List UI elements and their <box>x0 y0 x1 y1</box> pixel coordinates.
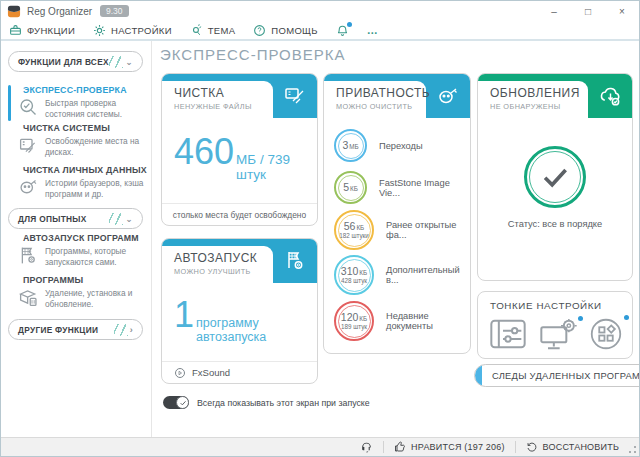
privacy-size: 5 <box>343 182 349 193</box>
privacy-count: 189 штук <box>341 323 367 330</box>
sidebar-other-functions-button[interactable]: ДРУГИЕ ФУНКЦИИ › <box>8 319 143 340</box>
group-advanced-label: ДЛЯ ОПЫТНЫХ <box>18 214 87 224</box>
chevron-down-icon: ⌄ <box>125 57 133 67</box>
active-indicator <box>8 85 11 121</box>
window-title: Reg Organizer <box>27 6 92 17</box>
privacy-row[interactable]: 120КБ 189 штук Недавние документы <box>334 301 464 341</box>
privacy-badge-icon <box>436 84 460 108</box>
privacy-unit: МБ <box>349 144 358 150</box>
tweak-apps-button[interactable] <box>588 316 624 356</box>
privacy-size: 310 <box>341 266 359 277</box>
sidebar-group-for-advanced[interactable]: ДЛЯ ОПЫТНЫХ ⌄ <box>8 208 143 229</box>
privacy-row[interactable]: 3МБ Переходы <box>334 129 464 162</box>
other-functions-label: ДРУГИЕ ФУНКЦИИ <box>18 325 98 335</box>
menu-more-button[interactable]: … <box>367 24 379 36</box>
autorun-count-value: 1 <box>174 297 194 333</box>
privacy-row[interactable]: 5КБ FastStone Image Vie... <box>334 171 464 204</box>
card-subtitle: НЕНУЖНЫЕ ФАЙЛЫ <box>174 102 273 111</box>
close-button[interactable]: × <box>605 1 639 21</box>
menu-theme-label: ТЕМА <box>208 25 236 36</box>
help-icon <box>253 24 266 37</box>
privacy-size: 56 <box>344 221 356 232</box>
card-title: ОБНОВЛЕНИЯ <box>490 86 588 100</box>
status-ok-ring <box>524 146 586 208</box>
checkmark-icon <box>538 160 572 194</box>
sidebar-item-desc: Освобождение места на дисках. <box>45 136 147 158</box>
card-title: ПРИВАТНОСТЬ <box>336 86 426 100</box>
updates-card[interactable]: ОБНОВЛЕНИЯ НЕ ОБНАРУЖЕНЫ Статус: все в п… <box>477 73 633 281</box>
maximize-button[interactable]: □ <box>571 1 605 21</box>
privacy-label: FastStone Image Vie... <box>379 178 464 198</box>
privacy-count: 182 штуки <box>339 232 369 239</box>
gear-icon <box>93 24 106 37</box>
traces-label: СЛЕДЫ УДАЛЕННЫХ ПРОГРАММ <box>492 371 640 381</box>
sidebar-item-desc: Программы, которые запускаются сами. <box>45 246 147 268</box>
privacy-unit: КБ <box>359 316 367 322</box>
sidebar-item-express-check[interactable]: ЭКСПРЕСС-ПРОВЕРКА Быстрая проверка состо… <box>1 85 151 120</box>
headset-icon <box>360 441 373 454</box>
sidebar-item-system-cleanup[interactable]: ЧИСТКА СИСТЕМЫ Освобождение места на дис… <box>1 123 151 158</box>
monitor-gear-icon <box>538 317 578 351</box>
sidebar-item-autorun-programs[interactable]: АВТОЗАПУСК ПРОГРАММ Программы, которые з… <box>1 233 151 268</box>
privacy-label: Недавние документы <box>386 311 464 331</box>
autorun-card[interactable]: АВТОЗАПУСК МОЖНО УЛУЧШИТЬ 1 программу ав… <box>161 238 318 384</box>
cleanup-footer-note: столько места будет освобождено <box>162 210 317 220</box>
stripes-decoration <box>109 56 123 68</box>
privacy-size: 3 <box>342 140 348 151</box>
restore-button[interactable]: ВОССТАНОВИТЬ <box>516 438 629 456</box>
sidebar-item-desc: Быстрая проверка состояния системы. <box>45 98 147 120</box>
cleanup-card-header: ЧИСТКА НЕНУЖНЫЕ ФАЙЛЫ <box>162 74 317 118</box>
resize-grip[interactable] <box>629 438 639 456</box>
minimize-button[interactable]: – <box>537 1 571 21</box>
sidebar-group-functions-for-all[interactable]: ФУНКЦИИ ДЛЯ ВСЕХ ⌄ <box>8 51 143 72</box>
page-title: ЭКСПРЕСС-ПРОВЕРКА <box>160 46 346 63</box>
menu-bar: ФУНКЦИИ НАСТРОЙКИ ТЕМА ПОМОЩЬ <box>1 21 639 39</box>
main-panel: ЭКСПРЕСС-ПРОВЕРКА ЧИСТКА НЕНУЖНЫЕ ФАЙЛЫ <box>152 41 639 439</box>
cleanup-value: 460 МБ / 739 штук <box>174 134 317 182</box>
privacy-ring: 310КБ 428 штук <box>334 255 374 295</box>
privacy-count: 428 штук <box>341 277 367 284</box>
card-title: ЧИСТКА <box>174 86 273 100</box>
card-subtitle: МОЖНО УЛУЧШИТЬ <box>174 267 273 276</box>
tweak-system-button[interactable] <box>538 317 578 355</box>
privacy-row[interactable]: 56КБ 182 штуки Ранее открытые фа... <box>334 210 464 250</box>
privacy-row[interactable]: 310КБ 428 штук Дополнительный в... <box>334 255 464 295</box>
tweak-panel-button[interactable] <box>488 317 528 355</box>
menu-theme[interactable]: ТЕМА <box>190 24 236 37</box>
autorun-card-header: АВТОЗАПУСК МОЖНО УЛУЧШИТЬ <box>162 239 317 283</box>
startup-toggle[interactable] <box>163 396 189 409</box>
title-bar: Reg Organizer 9.30 – □ × <box>1 1 639 21</box>
privacy-ring: 3МБ <box>334 129 367 162</box>
autorun-app-row[interactable]: FxSound <box>162 367 230 379</box>
tweaks-card-title: ТОНКИЕ НАСТРОЙКИ <box>490 300 602 311</box>
like-label: НРАВИТСЯ (197 206) <box>411 442 505 452</box>
sidebar-item-title: ЧИСТКА СИСТЕМЫ <box>23 123 151 133</box>
sidebar-item-title: ЧИСТКА ЛИЧНЫХ ДАННЫХ <box>23 165 151 175</box>
cleanup-card[interactable]: ЧИСТКА НЕНУЖНЫЕ ФАЙЛЫ 460 МБ / 739 штук … <box>161 73 318 226</box>
privacy-label: Переходы <box>379 141 423 151</box>
notifications-button[interactable] <box>336 24 349 37</box>
menu-functions[interactable]: ФУНКЦИИ <box>9 24 75 37</box>
privacy-card[interactable]: ПРИВАТНОСТЬ МОЖНО ОЧИСТИТЬ 3МБ Переходы … <box>323 73 471 354</box>
privacy-unit: КБ <box>356 225 364 231</box>
support-button[interactable] <box>350 438 383 456</box>
privacy-unit: КБ <box>350 186 358 192</box>
notification-dot <box>578 316 583 321</box>
check-icon <box>179 399 187 407</box>
menu-settings[interactable]: НАСТРОЙКИ <box>93 24 172 37</box>
updates-card-header: ОБНОВЛЕНИЯ НЕ ОБНАРУЖЕНЫ <box>478 74 632 118</box>
deleted-programs-traces-bar[interactable]: СЛЕДЫ УДАЛЕННЫХ ПРОГРАММ 1 <box>474 364 640 387</box>
card-title: АВТОЗАПУСК <box>174 251 273 265</box>
cloud-update-badge-icon <box>598 84 623 109</box>
startup-toggle-label: Всегда показывать этот экран при запуске <box>197 398 370 408</box>
play-circle-icon <box>174 367 186 379</box>
sidebar-item-private-data-cleanup[interactable]: ЧИСТКА ЛИЧНЫХ ДАННЫХ Истории браузеров, … <box>1 165 151 200</box>
privacy-ring: 56КБ 182 штуки <box>334 210 374 250</box>
menu-help[interactable]: ПОМОЩЬ <box>253 24 317 37</box>
tweaks-card[interactable]: ТОНКИЕ НАСТРОЙКИ <box>477 291 633 359</box>
privacy-card-header: ПРИВАТНОСТЬ МОЖНО ОЧИСТИТЬ <box>324 74 470 118</box>
like-button[interactable]: НРАВИТСЯ (197 206) <box>384 438 515 456</box>
sidebar-item-programs[interactable]: ПРОГРАММЫ Удаление, установка и обновлен… <box>1 275 151 310</box>
privacy-mask-icon <box>18 177 39 198</box>
lamp-icon <box>190 24 203 37</box>
